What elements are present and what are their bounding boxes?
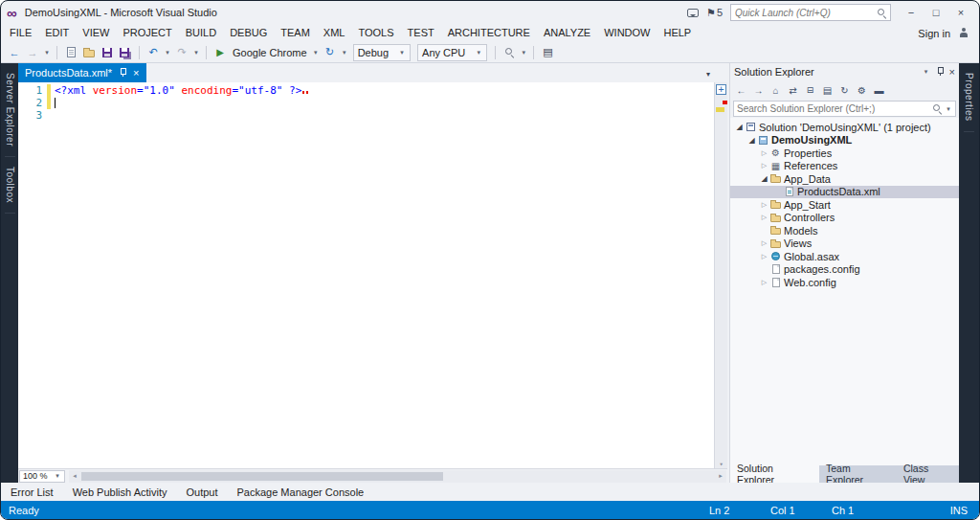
navigate-forward-button[interactable]: → <box>25 44 40 61</box>
tree-item-packages-config[interactable]: packages.config <box>730 263 959 277</box>
notifications-button[interactable]: ⚑ 5 <box>706 7 723 19</box>
chevron-expanded-icon[interactable]: ◢ <box>759 174 769 183</box>
tree-item-controllers[interactable]: ▷ Controllers <box>730 212 959 225</box>
browser-target-caret-icon[interactable]: ▾ <box>312 49 320 57</box>
sync-with-active-document-button[interactable]: ⇄ <box>785 82 801 98</box>
tab-web-publish-activity[interactable]: Web Publish Activity <box>73 486 167 498</box>
menu-item-project[interactable]: PROJECT <box>116 24 178 42</box>
preview-selected-items-button[interactable]: ▬ <box>871 82 887 98</box>
collapse-all-button[interactable]: ⊟ <box>802 82 818 98</box>
tab-class-view[interactable]: Class View <box>897 465 959 483</box>
refresh-dropdown-caret-icon[interactable]: ▾ <box>341 49 348 57</box>
menu-item-tools[interactable]: TOOLS <box>351 24 400 42</box>
tree-item-references[interactable]: ▷ ▦ References <box>730 160 959 173</box>
start-debugging-icon[interactable]: ▶ <box>212 44 228 61</box>
menu-item-view[interactable]: VIEW <box>76 24 116 42</box>
search-options-caret-icon[interactable]: ▾ <box>945 105 952 113</box>
auto-hide-pin-icon[interactable] <box>936 67 944 77</box>
menu-item-xml[interactable]: XML <box>317 24 352 42</box>
menu-item-analyze[interactable]: ANALYZE <box>537 24 597 42</box>
navigate-backward-button[interactable]: ← <box>7 44 22 61</box>
tree-item-models[interactable]: Models <box>730 224 959 237</box>
forward-button[interactable]: → <box>750 82 767 98</box>
tool-tab-toolbox[interactable]: Toolbox <box>5 157 15 214</box>
pin-icon[interactable] <box>119 68 126 78</box>
chevron-expanded-icon[interactable]: ◢ <box>746 136 757 145</box>
chevron-collapsed-icon[interactable]: ▷ <box>759 239 769 247</box>
menu-item-architecture[interactable]: ARCHITECTURE <box>441 24 537 42</box>
code-line-3[interactable] <box>55 109 714 122</box>
properties-button[interactable]: ⚙ <box>854 82 870 98</box>
tab-team-explorer[interactable]: Team Explorer <box>819 465 897 483</box>
open-file-button[interactable] <box>81 44 97 61</box>
horizontal-scrollbar-thumb[interactable] <box>81 472 443 481</box>
undo-button[interactable]: ↶ <box>145 44 161 61</box>
show-all-files-toolbar-button[interactable]: ▤ <box>540 44 555 61</box>
menu-item-team[interactable]: TEAM <box>274 24 317 42</box>
menu-item-edit[interactable]: EDIT <box>38 24 76 42</box>
browser-target-label[interactable]: Google Chrome <box>231 47 309 58</box>
quick-launch-input[interactable] <box>735 8 878 18</box>
tree-item-web-config[interactable]: ▷ Web.config <box>730 276 959 289</box>
menu-item-window[interactable]: WINDOW <box>597 24 657 42</box>
scroll-left-arrow-icon[interactable]: ◂ <box>69 470 80 483</box>
menu-item-file[interactable]: FILE <box>3 24 38 42</box>
code-text-area[interactable]: <?xml version="1.0" encoding="utf-8" ?> <box>51 82 714 468</box>
refresh-button[interactable]: ↻ <box>836 82 853 98</box>
tab-output[interactable]: Output <box>186 486 217 498</box>
window-position-caret-icon[interactable]: ▾ <box>923 68 930 76</box>
zoom-select[interactable]: 100 % ▾ <box>19 470 65 483</box>
menu-item-debug[interactable]: DEBUG <box>223 24 274 42</box>
tab-solution-explorer[interactable]: Solution Explorer <box>730 465 819 483</box>
tree-item-properties[interactable]: ▷ ⚙ Properties <box>730 147 959 160</box>
scroll-right-arrow-icon[interactable]: ▸ <box>715 470 726 483</box>
solution-platform-select[interactable]: Any CPU ▾ <box>417 44 487 61</box>
chevron-collapsed-icon[interactable]: ▷ <box>759 162 769 170</box>
chevron-collapsed-icon[interactable]: ▷ <box>759 214 769 221</box>
close-button[interactable]: × <box>948 4 973 21</box>
tree-item-solution[interactable]: ◢ Solution 'DemoUsingXML' (1 project) <box>730 121 959 134</box>
vertical-scrollbar[interactable]: + ▾ <box>714 82 727 468</box>
tree-item-productsdata-xml[interactable]: ProductsData.xml <box>730 186 959 199</box>
tree-item-views[interactable]: ▷ Views <box>730 237 959 251</box>
editor-tab-productsdata-xml[interactable]: ProductsData.xml* × <box>18 63 146 82</box>
scroll-down-arrow-icon[interactable]: ▾ <box>715 461 727 468</box>
solution-configuration-select[interactable]: Debug ▾ <box>353 44 411 61</box>
redo-button[interactable]: ↷ <box>174 44 189 61</box>
maximize-button[interactable]: □ <box>924 4 948 21</box>
code-line-1[interactable]: <?xml version="1.0" encoding="utf-8" ?> <box>55 84 714 97</box>
horizontal-scrollbar[interactable]: ◂ ▸ <box>69 470 726 483</box>
menu-item-test[interactable]: TEST <box>401 24 441 42</box>
chevron-expanded-icon[interactable]: ◢ <box>734 123 745 131</box>
find-dropdown-caret-icon[interactable]: ▾ <box>520 49 527 57</box>
redo-dropdown-caret-icon[interactable]: ▾ <box>192 49 200 57</box>
search-box[interactable]: ▾ <box>733 101 956 117</box>
navigate-dropdown-caret-icon[interactable]: ▾ <box>43 49 51 57</box>
quick-launch[interactable] <box>730 4 891 21</box>
tree-item-global-asax[interactable]: ▷ Global.asax <box>730 250 959 263</box>
save-button[interactable] <box>100 44 115 61</box>
find-in-files-button[interactable] <box>501 44 517 61</box>
chevron-collapsed-icon[interactable]: ▷ <box>759 149 769 157</box>
tree-item-app-data[interactable]: ◢ App_Data <box>730 172 959 186</box>
home-button[interactable]: ⌂ <box>768 82 784 98</box>
user-account-icon[interactable] <box>958 28 969 38</box>
chevron-collapsed-icon[interactable]: ▷ <box>759 279 769 286</box>
back-button[interactable]: ← <box>733 82 749 98</box>
minimize-button[interactable]: − <box>899 4 924 21</box>
tab-error-list[interactable]: Error List <box>11 486 54 498</box>
code-line-2[interactable] <box>55 97 714 109</box>
feedback-icon[interactable] <box>687 9 699 17</box>
show-all-files-button[interactable]: ▤ <box>819 82 835 98</box>
tree-item-app-start[interactable]: ▷ App_Start <box>730 198 959 212</box>
code-editor[interactable]: 1 2 3 <?xml version="1.0" encoding="utf-… <box>18 82 727 468</box>
panel-close-icon[interactable]: × <box>949 66 955 78</box>
tool-tab-properties[interactable]: Properties <box>964 63 974 132</box>
close-icon[interactable]: × <box>133 68 139 79</box>
tree-item-project-demousingxml[interactable]: ◢ DemoUsingXML <box>730 134 959 147</box>
solution-explorer-header[interactable]: Solution Explorer ▾ × <box>730 63 959 80</box>
tab-package-manager-console[interactable]: Package Manager Console <box>237 486 365 498</box>
chevron-collapsed-icon[interactable]: ▷ <box>759 201 769 209</box>
refresh-browser-button[interactable]: ↻ <box>323 44 338 61</box>
menu-item-help[interactable]: HELP <box>657 24 698 42</box>
